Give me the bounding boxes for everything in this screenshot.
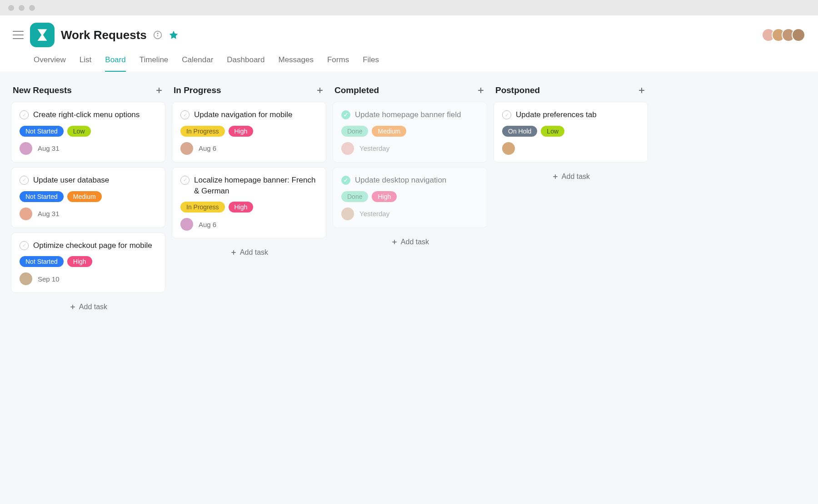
plus-icon[interactable] (476, 86, 485, 95)
card-title: Optimize checkout page for mobile (33, 240, 152, 251)
card-title-row: Update homepage banner field (341, 109, 479, 120)
tag: Not Started (20, 191, 64, 202)
window-chrome (0, 0, 818, 15)
tag: Medium (372, 126, 406, 137)
tags: DoneMedium (341, 126, 479, 137)
traffic-min-icon[interactable] (19, 5, 25, 11)
assignee-avatar (341, 142, 354, 155)
board: New RequestsCreate right-click menu opti… (0, 72, 818, 327)
tab-dashboard[interactable]: Dashboard (227, 55, 264, 72)
due-date: Aug 6 (199, 221, 216, 228)
check-circle-icon[interactable] (341, 176, 350, 185)
due-date: Yesterday (359, 144, 389, 152)
column: New RequestsCreate right-click menu opti… (11, 83, 165, 316)
tag: Low (541, 126, 564, 137)
assignee-avatar (20, 142, 32, 155)
tag: In Progress (180, 126, 225, 137)
assignee-avatar (180, 142, 193, 155)
add-task-label: Add task (401, 238, 429, 246)
plus-icon (552, 173, 559, 180)
traffic-max-icon[interactable] (29, 5, 35, 11)
plus-icon[interactable] (315, 86, 324, 95)
tag: High (67, 256, 92, 267)
plus-icon[interactable] (155, 86, 164, 95)
check-circle-icon[interactable] (20, 176, 29, 185)
tab-forms[interactable]: Forms (327, 55, 349, 72)
card-title: Update navigation for mobile (194, 109, 292, 120)
tab-list[interactable]: List (80, 55, 91, 72)
assignee-avatar (180, 218, 193, 231)
add-task-button[interactable]: Add task (333, 232, 487, 252)
card-footer: Sep 10 (20, 272, 157, 285)
plus-icon (391, 238, 398, 246)
check-circle-icon[interactable] (20, 241, 29, 250)
column-title: Completed (334, 85, 379, 95)
assignee-avatar (20, 272, 32, 285)
add-task-label: Add task (562, 173, 590, 181)
column: PostponedUpdate preferences tabOn HoldLo… (494, 83, 648, 186)
tag: Done (341, 191, 368, 202)
task-card[interactable]: Update homepage banner fieldDoneMediumYe… (333, 102, 487, 163)
card-title-row: Create right-click menu options (20, 109, 157, 120)
plus-icon[interactable] (637, 86, 646, 95)
card-footer: Aug 6 (180, 142, 318, 155)
card-title-row: Optimize checkout page for mobile (20, 240, 157, 251)
tag: Not Started (20, 256, 64, 267)
card-footer: Yesterday (341, 142, 479, 155)
card-title-row: Update user database (20, 175, 157, 186)
due-date: Sep 10 (38, 275, 60, 283)
card-footer: Aug 6 (180, 218, 318, 231)
tab-files[interactable]: Files (363, 55, 379, 72)
tab-messages[interactable]: Messages (278, 55, 313, 72)
task-card[interactable]: Localize homepage banner: French & Germa… (172, 167, 326, 239)
info-icon[interactable] (153, 30, 162, 40)
tags: In ProgressHigh (180, 126, 318, 137)
card-title-row: Update preferences tab (502, 109, 639, 120)
card-footer (502, 142, 639, 155)
card-title-row: Update desktop navigation (341, 175, 479, 186)
check-circle-icon[interactable] (180, 110, 190, 119)
tags: On HoldLow (502, 126, 639, 137)
tag: On Hold (502, 126, 537, 137)
menu-icon[interactable] (13, 31, 24, 39)
tab-calendar[interactable]: Calendar (182, 55, 213, 72)
card-title: Update desktop navigation (355, 175, 446, 186)
check-circle-icon[interactable] (502, 110, 511, 119)
topbar: Work Requests OverviewListBoardTimelineC… (0, 15, 818, 72)
column-title: New Requests (13, 85, 72, 95)
column-header: New Requests (11, 83, 165, 102)
tab-overview[interactable]: Overview (34, 55, 66, 72)
due-date: Aug 31 (38, 210, 60, 217)
task-card[interactable]: Optimize checkout page for mobileNot Sta… (11, 232, 165, 293)
task-card[interactable]: Update user databaseNot StartedMediumAug… (11, 167, 165, 228)
check-circle-icon[interactable] (180, 176, 190, 185)
task-card[interactable]: Update preferences tabOn HoldLow (494, 102, 648, 163)
tags: Not StartedLow (20, 126, 157, 137)
tag: Not Started (20, 126, 64, 137)
tags: In ProgressHigh (180, 202, 318, 212)
add-task-button[interactable]: Add task (11, 297, 165, 316)
traffic-close-icon[interactable] (8, 5, 14, 11)
task-card[interactable]: Create right-click menu optionsNot Start… (11, 102, 165, 163)
card-footer: Aug 31 (20, 142, 157, 155)
tab-timeline[interactable]: Timeline (140, 55, 169, 72)
check-circle-icon[interactable] (341, 110, 350, 119)
assignee-avatar (20, 208, 32, 220)
check-circle-icon[interactable] (20, 110, 29, 119)
star-icon[interactable] (169, 30, 179, 40)
due-date: Aug 31 (38, 144, 60, 152)
svg-point-2 (157, 33, 158, 34)
task-card[interactable]: Update desktop navigationDoneHighYesterd… (333, 167, 487, 228)
add-task-button[interactable]: Add task (494, 167, 648, 186)
card-title: Update homepage banner field (355, 109, 461, 120)
member-avatars[interactable] (765, 28, 805, 42)
assignee-avatar (502, 142, 515, 155)
tags: DoneHigh (341, 191, 479, 202)
column-header: Postponed (494, 83, 648, 102)
tag: High (372, 191, 397, 202)
card-title-row: Update navigation for mobile (180, 109, 318, 120)
tab-board[interactable]: Board (105, 55, 125, 72)
add-task-button[interactable]: Add task (172, 243, 326, 262)
card-footer: Aug 31 (20, 208, 157, 220)
task-card[interactable]: Update navigation for mobileIn ProgressH… (172, 102, 326, 163)
